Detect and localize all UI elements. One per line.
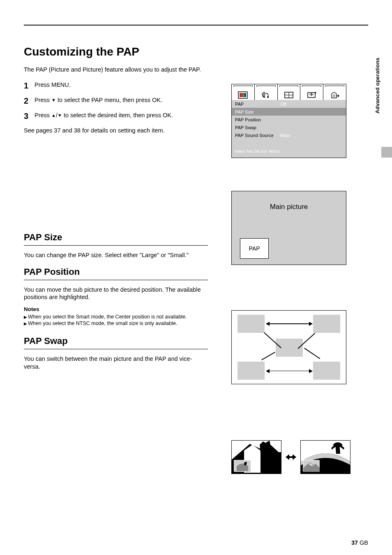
menu-row: PAP Sound SourceMain (232, 131, 346, 139)
menu-row: PAP Position (232, 116, 346, 123)
picture-icon (238, 91, 248, 99)
menu-hint: Select: Set: OK Exit: MENU (232, 148, 346, 155)
menu-tab (255, 84, 278, 100)
bullet-icon: ▶ (24, 321, 28, 327)
note-item: When you select the NTSC mode, the small… (28, 320, 177, 327)
swap-main-box (300, 440, 350, 474)
pap-position-demo: Main picture PAP (231, 191, 346, 265)
page-number: 37 GB (351, 539, 368, 546)
menu-row: PAPOff (232, 100, 346, 108)
step-text: Press MENU. (35, 81, 71, 91)
double-arrow-icon (266, 323, 312, 324)
side-section-label: Advanced operations (374, 58, 380, 114)
note-item: When you select the Smart mode, the Cent… (28, 313, 187, 320)
inset-thumbnail (234, 460, 250, 471)
features-icon (307, 91, 317, 99)
svg-point-4 (267, 96, 269, 98)
section-body: You can move the sub picture to the desi… (24, 286, 208, 301)
menu-tab (278, 84, 301, 100)
swap-arrow-icon (286, 455, 295, 460)
section-body: You can switch between the main picture … (24, 355, 208, 370)
step-number: 1 (24, 81, 35, 91)
menu-row: PAP Swap (232, 123, 346, 131)
position-cell (313, 315, 340, 333)
inset-thumbnail (303, 460, 319, 471)
menu-row-highlighted: PAP Size (232, 108, 346, 116)
intro-text: The PAP (Picture and Picture) feature al… (24, 66, 208, 74)
see-details: See pages 37 and 38 for details on setti… (24, 127, 208, 135)
side-tab-marker (381, 147, 392, 158)
pap-swap-diagram (231, 440, 368, 474)
pap-sub-label: PAP (240, 238, 269, 259)
svg-rect-1 (240, 93, 242, 97)
section-body: You can change the PAP size. Select eith… (24, 251, 208, 259)
page-title: Customizing the PAP (24, 45, 368, 58)
position-cell (313, 362, 340, 380)
svg-rect-2 (242, 93, 244, 97)
up-arrow-icon: ▲ (51, 113, 56, 118)
down-arrow-icon: ▼ (58, 113, 62, 118)
double-arrow-icon (266, 371, 312, 372)
section-heading: PAP Size (24, 232, 208, 243)
step-text: Press ▲/▼ to select the desired item, th… (35, 111, 173, 121)
menu-tab (232, 84, 255, 100)
bullet-icon: ▶ (24, 314, 28, 321)
swap-main-box (231, 440, 281, 474)
notes-list: ▶When you select the Smart mode, the Cen… (24, 313, 208, 327)
menu-tab (300, 84, 323, 100)
menu-illustration: PAPOff PAP Size PAP Position PAP Swap PA… (231, 84, 346, 158)
sound-icon (261, 91, 271, 99)
pap-positions-diagram (231, 310, 346, 384)
screen-icon (284, 91, 294, 99)
menu-tab (323, 84, 346, 100)
section-heading: PAP Position (24, 267, 208, 277)
diagonal-line (304, 348, 320, 359)
step-number: 2 (24, 96, 35, 106)
down-arrow-icon: ▼ (51, 98, 56, 102)
step-number: 3 (24, 111, 35, 121)
position-cell (238, 362, 265, 380)
main-picture-label: Main picture (232, 203, 346, 211)
step-text: Press ▼ to select the PAP menu, then pre… (35, 96, 162, 106)
svg-rect-3 (244, 93, 246, 97)
position-cell (238, 315, 265, 333)
diagonal-line (261, 352, 275, 360)
notes-heading: Notes (24, 306, 208, 312)
section-heading: PAP Swap (24, 336, 208, 346)
setup-icon (330, 91, 340, 99)
